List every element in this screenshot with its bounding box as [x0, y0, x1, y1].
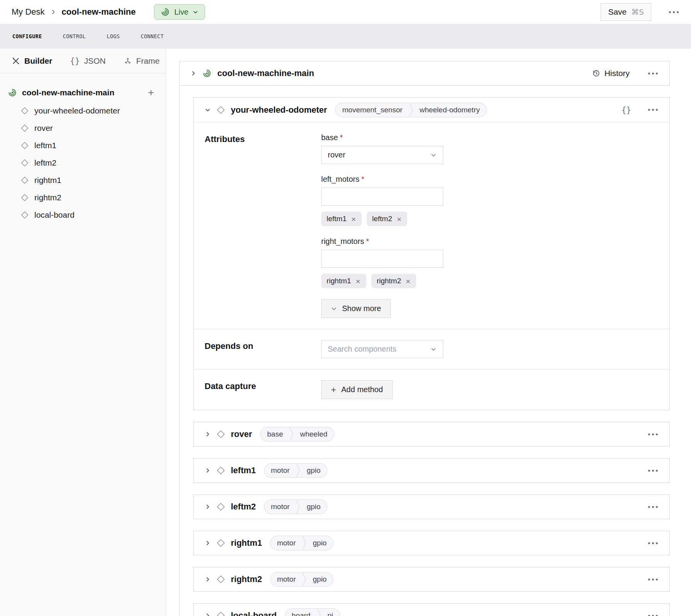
tree-item-label: rightm1	[34, 176, 61, 185]
component-menu-button[interactable]	[647, 613, 659, 616]
add-method-label: Add method	[341, 385, 383, 394]
diamond-icon	[217, 466, 225, 475]
expand-chevron-icon[interactable]	[205, 613, 211, 616]
component-type: board	[285, 609, 317, 616]
type-model-pill: motor gpio	[264, 463, 328, 478]
chevron-down-icon	[430, 346, 437, 352]
diamond-icon	[217, 611, 225, 616]
sidebar-item-leftm2[interactable]: leftm2	[0, 154, 166, 171]
breadcrumb-separator-icon	[50, 9, 56, 15]
show-more-button[interactable]: Show more	[321, 299, 391, 318]
component-card-leftm2: leftm2 motor gpio	[193, 494, 670, 519]
type-model-pill: motor gpio	[270, 572, 334, 587]
chip-label: rightm2	[377, 277, 401, 285]
component-menu-button[interactable]	[647, 467, 659, 474]
remove-chip-icon[interactable]: ×	[355, 277, 361, 285]
left-motors-input[interactable]	[321, 188, 443, 206]
left-motors-chips: leftm1 × leftm2 ×	[321, 212, 443, 226]
component-type: motor	[264, 464, 296, 477]
tab-logs[interactable]: LOGS	[107, 32, 120, 41]
component-model: gpio	[300, 464, 327, 477]
required-mark: *	[361, 175, 364, 183]
tree-item-label: rover	[34, 124, 53, 133]
expand-chevron-icon[interactable]	[205, 431, 211, 437]
mode-frame[interactable]: Frame	[124, 56, 160, 66]
diamond-icon	[217, 430, 225, 438]
diamond-icon	[21, 194, 29, 201]
component-card-header: your-wheeled-odometer movement_sensor wh…	[194, 98, 669, 122]
search-components-input[interactable]	[328, 345, 430, 354]
base-field: base* rover	[321, 133, 443, 164]
add-method-button[interactable]: + Add method	[321, 380, 393, 399]
depends-on-select[interactable]	[321, 340, 443, 358]
component-card-leftm1: leftm1 motor gpio	[193, 458, 670, 483]
tab-control[interactable]: CONTROL	[63, 32, 86, 41]
history-button[interactable]: History	[592, 69, 630, 78]
pill-separator-icon	[290, 427, 293, 441]
component-menu-button[interactable]	[647, 431, 659, 438]
type-model-pill: motor gpio	[270, 536, 334, 550]
mode-json[interactable]: {} JSON	[70, 56, 105, 66]
pill-separator-icon	[296, 500, 300, 514]
expand-chevron-icon[interactable]	[190, 70, 196, 76]
sidebar-item-local-board[interactable]: local-board	[0, 206, 166, 223]
base-select[interactable]: rover	[321, 146, 443, 164]
component-type: motor	[271, 572, 303, 586]
component-tree: cool-new-machine-main + your-wheeled-odo…	[0, 73, 166, 223]
collapse-chevron-icon[interactable]	[205, 107, 211, 113]
component-menu-button[interactable]	[647, 540, 659, 547]
add-component-button[interactable]: +	[146, 88, 156, 98]
chip-label: leftm1	[327, 215, 347, 223]
save-button[interactable]: Save ⌘S	[601, 3, 651, 21]
expand-chevron-icon[interactable]	[205, 504, 211, 510]
component-menu-button[interactable]	[647, 504, 659, 510]
type-model-pill: motor gpio	[264, 499, 328, 514]
expand-chevron-icon[interactable]	[205, 540, 211, 546]
base-select-value: rover	[328, 151, 346, 159]
edit-json-button[interactable]: {}	[622, 105, 631, 115]
right-motors-input[interactable]	[321, 250, 443, 268]
remove-chip-icon[interactable]: ×	[405, 277, 411, 285]
remove-chip-icon[interactable]: ×	[351, 215, 356, 223]
component-model: wheeled	[293, 427, 334, 441]
component-menu-button[interactable]	[647, 107, 659, 113]
mode-builder[interactable]: Builder	[12, 56, 52, 66]
chip-leftm2: leftm2 ×	[367, 212, 407, 226]
component-name: leftm1	[231, 465, 256, 476]
field-label-text: right_motors	[321, 237, 364, 245]
machine-part-menu-button[interactable]	[647, 70, 659, 77]
component-model: wheeled-odometry	[413, 103, 486, 117]
tab-connect[interactable]: CONNECT	[141, 32, 164, 41]
component-card-rightm1: rightm1 motor gpio	[193, 531, 670, 555]
sidebar-item-rightm2[interactable]: rightm2	[0, 189, 166, 206]
component-name: leftm2	[231, 502, 256, 512]
expand-chevron-icon[interactable]	[205, 467, 211, 474]
breadcrumb: My Desk cool-new-machine Live	[12, 4, 205, 20]
topbar-actions: Save ⌘S	[601, 3, 679, 21]
right-motors-field: right_motors* rightm1 × rightm2	[321, 237, 443, 288]
sidebar-item-leftm1[interactable]: leftm1	[0, 137, 166, 154]
component-name: local-board	[231, 611, 277, 616]
expand-chevron-icon[interactable]	[205, 576, 211, 582]
pill-separator-icon	[296, 464, 300, 477]
breadcrumb-my-desk[interactable]: My Desk	[12, 7, 45, 17]
required-mark: *	[366, 237, 369, 245]
pill-separator-icon	[317, 609, 321, 616]
machine-menu-button[interactable]	[668, 9, 679, 15]
tree-machine-part[interactable]: cool-new-machine-main +	[0, 83, 166, 102]
remove-chip-icon[interactable]: ×	[396, 215, 402, 223]
show-more-label: Show more	[342, 304, 381, 313]
history-label: History	[605, 69, 630, 78]
sidebar-item-your-wheeled-odometer[interactable]: your-wheeled-odometer	[0, 102, 166, 119]
tab-configure[interactable]: CONFIGURE	[12, 32, 42, 41]
right-motors-chips: rightm1 × rightm2 ×	[321, 274, 443, 288]
chevron-down-icon	[331, 306, 337, 312]
breadcrumb-machine-name: cool-new-machine	[62, 7, 136, 17]
tree-item-label: leftm1	[34, 141, 56, 150]
tree-item-label: local-board	[34, 210, 75, 220]
save-shortcut: ⌘S	[631, 7, 644, 17]
live-status-dropdown[interactable]: Live	[154, 4, 205, 20]
sidebar-item-rover[interactable]: rover	[0, 119, 166, 137]
component-menu-button[interactable]	[647, 576, 659, 583]
sidebar-item-rightm1[interactable]: rightm1	[0, 171, 166, 189]
